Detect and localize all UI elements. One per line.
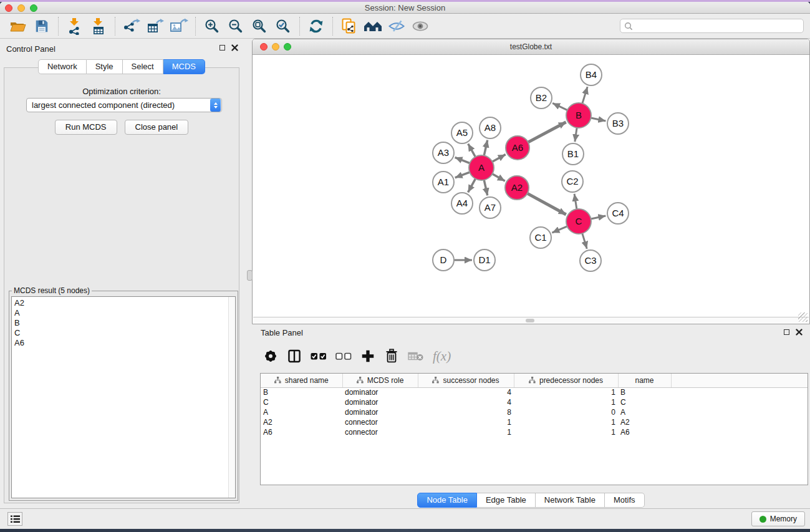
- graph-node-D[interactable]: D: [433, 249, 454, 271]
- function-builder-icon[interactable]: f(x): [433, 347, 451, 365]
- result-item[interactable]: C: [14, 328, 235, 338]
- import-network-icon[interactable]: [63, 16, 87, 37]
- table-row[interactable]: Cdominator41C: [261, 397, 808, 407]
- zoom-selected-icon[interactable]: [271, 16, 295, 37]
- delete-table-icon[interactable]: [408, 347, 424, 365]
- tab-network[interactable]: Network: [38, 59, 87, 74]
- graph-node-B2[interactable]: B2: [531, 87, 552, 109]
- table-row[interactable]: Adominator80A: [261, 407, 808, 417]
- column-header-name[interactable]: name: [618, 374, 671, 387]
- apply-layout-refresh-icon[interactable]: [304, 16, 328, 37]
- column-header-successor-nodes[interactable]: successor nodes: [418, 374, 514, 387]
- float-panel-icon[interactable]: [219, 45, 225, 51]
- memory-button[interactable]: Memory: [751, 511, 805, 526]
- graph-edge-A-A1[interactable]: [455, 172, 470, 178]
- search-field[interactable]: [620, 19, 804, 33]
- result-item[interactable]: A6: [14, 338, 235, 348]
- graph-node-B3[interactable]: B3: [607, 113, 629, 134]
- graph-edge-C-C1[interactable]: [552, 226, 567, 233]
- deselect-all-checkboxes-icon[interactable]: [335, 347, 352, 365]
- graph-edge-B-B3[interactable]: [591, 118, 606, 121]
- delete-column-trash-icon[interactable]: [384, 347, 399, 365]
- tab-network-table[interactable]: Network Table: [536, 493, 605, 508]
- graph-node-C[interactable]: C: [566, 209, 591, 234]
- mcds-result-list[interactable]: A2ABCA6: [11, 296, 236, 498]
- show-all-icon[interactable]: [408, 16, 432, 37]
- network-canvas[interactable]: AA1A2A3A4A5A6A7A8BB1B2B3B4CC1C2C3C4DD1: [253, 55, 809, 323]
- graph-edge-A-A6[interactable]: [493, 155, 506, 162]
- tab-style[interactable]: Style: [87, 59, 123, 74]
- network-hscroll-thumb[interactable]: [526, 319, 534, 322]
- new-network-from-selection-icon[interactable]: [337, 16, 361, 37]
- first-neighbors-icon[interactable]: [361, 16, 385, 37]
- column-header-predecessor-nodes[interactable]: predecessor nodes: [514, 374, 618, 387]
- tab-node-table[interactable]: Node Table: [417, 493, 477, 508]
- zoom-fit-icon[interactable]: [248, 16, 271, 37]
- graph-node-A2[interactable]: A2: [505, 176, 529, 200]
- graph-edge-A-A7[interactable]: [484, 180, 487, 196]
- graph-node-C1[interactable]: C1: [530, 227, 551, 248]
- open-session-icon[interactable]: [6, 16, 30, 37]
- table-row[interactable]: A2connector11A2: [261, 417, 808, 427]
- graph-edge-A6-B[interactable]: [528, 122, 566, 142]
- graph-edge-B-B2[interactable]: [552, 103, 567, 110]
- graph-node-A5[interactable]: A5: [451, 122, 473, 143]
- graph-edge-A-A8[interactable]: [484, 140, 487, 156]
- column-header-mcds-role[interactable]: MCDS role: [342, 374, 418, 387]
- graph-node-A1[interactable]: A1: [433, 172, 454, 193]
- zoom-in-icon[interactable]: [200, 16, 224, 37]
- task-history-button[interactable]: [7, 512, 22, 526]
- graph-edge-B-B4[interactable]: [582, 87, 587, 104]
- export-table-icon[interactable]: [143, 16, 167, 37]
- result-item[interactable]: A: [14, 308, 235, 318]
- graph-node-A8[interactable]: A8: [480, 117, 501, 138]
- split-pane-handle[interactable]: [247, 270, 253, 281]
- result-list-scrollbar[interactable]: [228, 297, 235, 498]
- graph-edge-C-C4[interactable]: [591, 216, 606, 219]
- column-panel-icon[interactable]: [287, 347, 302, 365]
- float-table-panel-icon[interactable]: [784, 329, 789, 335]
- column-header-shared-name[interactable]: shared name: [261, 374, 342, 387]
- graph-node-D1[interactable]: D1: [474, 249, 495, 271]
- graph-node-A4[interactable]: A4: [451, 193, 473, 214]
- tab-mcds[interactable]: MCDS: [163, 59, 205, 74]
- result-item[interactable]: A2: [14, 298, 235, 308]
- export-network-icon[interactable]: [120, 16, 143, 37]
- save-session-icon[interactable]: [30, 16, 54, 37]
- graph-node-A[interactable]: A: [469, 155, 494, 180]
- settings-gear-icon[interactable]: [263, 347, 278, 365]
- search-input[interactable]: [635, 21, 803, 32]
- network-hscrollbar[interactable]: [253, 317, 809, 323]
- graph-edge-B-B1[interactable]: [575, 128, 577, 142]
- graph-node-A3[interactable]: A3: [433, 142, 454, 163]
- result-item[interactable]: B: [14, 318, 235, 328]
- window-resize-grip[interactable]: [798, 312, 808, 322]
- graph-node-B4[interactable]: B4: [581, 64, 602, 85]
- table-row[interactable]: A6connector11A6: [261, 427, 808, 437]
- network-graph[interactable]: AA1A2A3A4A5A6A7A8BB1B2B3B4CC1C2C3C4DD1: [253, 55, 809, 323]
- add-column-icon[interactable]: [360, 347, 375, 365]
- run-mcds-button[interactable]: Run MCDS: [55, 120, 117, 135]
- graph-node-A6[interactable]: A6: [506, 136, 529, 160]
- close-table-panel-icon[interactable]: [796, 329, 803, 336]
- table-row[interactable]: Bdominator41B: [261, 387, 808, 397]
- graph-edge-A2-C[interactable]: [528, 193, 566, 215]
- close-panel-button[interactable]: Close panel: [125, 120, 189, 135]
- network-window-titlebar[interactable]: testGlobe.txt: [253, 39, 809, 55]
- graph-node-C3[interactable]: C3: [580, 250, 601, 271]
- tab-edge-table[interactable]: Edge Table: [477, 493, 536, 508]
- graph-node-C4[interactable]: C4: [607, 203, 629, 224]
- select-all-checkboxes-icon[interactable]: [311, 347, 327, 365]
- close-panel-icon[interactable]: [231, 44, 238, 51]
- tab-motifs[interactable]: Motifs: [605, 493, 645, 508]
- graph-node-B1[interactable]: B1: [562, 143, 584, 165]
- import-table-icon[interactable]: [87, 16, 110, 37]
- export-image-icon[interactable]: [167, 16, 191, 37]
- graph-node-C2[interactable]: C2: [562, 171, 583, 192]
- graph-edge-A-A2[interactable]: [492, 174, 504, 181]
- graph-edge-A-A4[interactable]: [468, 179, 476, 193]
- graph-edge-A-A5[interactable]: [468, 143, 476, 157]
- criterion-select[interactable]: largest connected component (directed): [26, 98, 222, 112]
- graph-node-A7[interactable]: A7: [480, 197, 501, 218]
- zoom-out-icon[interactable]: [224, 16, 248, 37]
